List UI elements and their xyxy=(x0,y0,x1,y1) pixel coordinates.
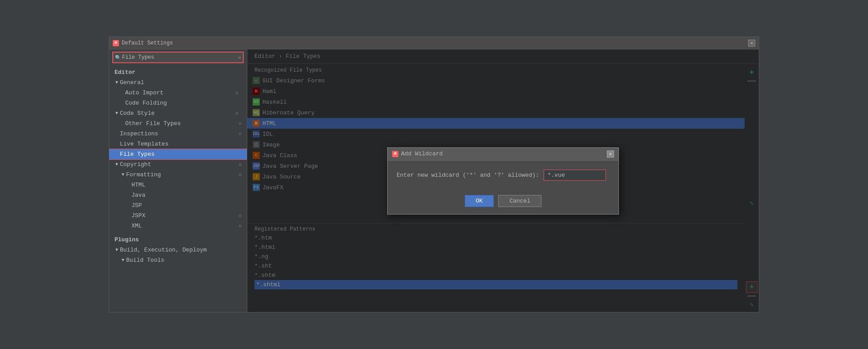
main-window: M Default Settings ✕ 🔍 ✕ Editor ▼ Genera… xyxy=(109,37,759,312)
jspx-icon: ⚙ xyxy=(238,213,242,219)
search-input[interactable] xyxy=(113,52,243,63)
general-label: General xyxy=(120,79,144,86)
copyright-icon: ⚙ xyxy=(238,162,242,167)
jsp-formatting-item[interactable]: JSP xyxy=(109,200,247,211)
build-label: Build, Execution, Deploym xyxy=(120,247,207,253)
xml-formatting-item[interactable]: XML ⚙ xyxy=(109,221,247,231)
copyright-arrow: ▼ xyxy=(115,162,118,167)
title-bar: M Default Settings ✕ xyxy=(109,37,759,49)
copyright-group[interactable]: ▼ Copyright ⚙ xyxy=(109,159,247,170)
formatting-icon: ⚙ xyxy=(238,172,242,178)
modal-close-button[interactable]: ✕ xyxy=(607,150,614,158)
editor-section: Editor xyxy=(109,67,247,77)
inspections-item[interactable]: Inspections ⚙ xyxy=(109,129,247,139)
formatting-group[interactable]: ▼ Formatting ⚙ xyxy=(109,170,247,180)
code-folding-item[interactable]: Code Folding xyxy=(109,98,247,108)
jspx-formatting-item[interactable]: JSPX ⚙ xyxy=(109,211,247,221)
general-group[interactable]: ▼ General xyxy=(109,77,247,88)
modal-input-row: Enter new wildcard ('*' and '?' allowed)… xyxy=(397,170,610,181)
modal-title-bar: M Add Wildcard ✕ xyxy=(388,148,618,161)
formatting-label: Formatting xyxy=(126,171,161,178)
build-group[interactable]: ▼ Build, Execution, Deploym xyxy=(109,245,247,255)
plugins-section: Plugins xyxy=(109,235,247,245)
java-formatting-item[interactable]: Java xyxy=(109,190,247,200)
file-types-item[interactable]: File Types xyxy=(109,149,247,159)
modal-app-icon: M xyxy=(392,151,398,157)
search-icon: 🔍 xyxy=(115,55,121,61)
copyright-label: Copyright xyxy=(120,161,151,168)
code-style-label: Code Style xyxy=(120,110,155,117)
main-content: 🔍 ✕ Editor ▼ General Auto Import ⚙ Code … xyxy=(109,49,759,312)
sidebar-tree: Editor ▼ General Auto Import ⚙ Code Fold… xyxy=(109,65,247,312)
ok-button[interactable]: OK xyxy=(465,195,494,207)
build-tools-group[interactable]: ▼ Build Tools xyxy=(109,255,247,265)
modal-label: Enter new wildcard ('*' and '?' allowed)… xyxy=(397,172,539,179)
add-wildcard-dialog: M Add Wildcard ✕ Enter new wildcard ('*'… xyxy=(387,147,619,215)
settings-icon: ⚙ xyxy=(235,90,242,96)
sidebar: 🔍 ✕ Editor ▼ General Auto Import ⚙ Code … xyxy=(109,49,247,312)
other-settings-icon: ⚙ xyxy=(238,121,242,126)
code-style-arrow: ▼ xyxy=(115,111,118,116)
build-tools-label: Build Tools xyxy=(126,257,164,264)
formatting-arrow: ▼ xyxy=(122,172,124,177)
modal-body: Enter new wildcard ('*' and '?' allowed)… xyxy=(388,161,618,195)
search-box: 🔍 ✕ xyxy=(113,52,243,63)
code-style-settings-icon: ⚙ xyxy=(235,110,242,117)
xml-icon: ⚙ xyxy=(238,223,242,229)
cancel-button[interactable]: Cancel xyxy=(498,195,541,207)
close-button[interactable]: ✕ xyxy=(748,40,755,47)
auto-import-item[interactable]: Auto Import ⚙ xyxy=(109,88,247,98)
window-title: Default Settings xyxy=(122,40,173,46)
right-panel: Editor › File Types Recognized File Type… xyxy=(247,49,759,312)
modal-buttons: OK Cancel xyxy=(388,195,618,214)
wildcard-input[interactable] xyxy=(544,170,606,181)
build-arrow: ▼ xyxy=(115,248,118,252)
html-formatting-item[interactable]: HTML xyxy=(109,180,247,190)
clear-search-icon[interactable]: ✕ xyxy=(238,55,241,61)
live-templates-item[interactable]: Live Templates xyxy=(109,139,247,149)
inspections-icon: ⚙ xyxy=(238,131,242,137)
modal-overlay: M Add Wildcard ✕ Enter new wildcard ('*'… xyxy=(247,49,759,312)
other-file-types-item[interactable]: Other File Types ⚙ xyxy=(109,118,247,129)
general-arrow: ▼ xyxy=(115,80,118,85)
code-style-group[interactable]: ▼ Code Style ⚙ xyxy=(109,108,247,118)
modal-title: Add Wildcard xyxy=(401,150,443,157)
app-icon: M xyxy=(113,40,119,46)
